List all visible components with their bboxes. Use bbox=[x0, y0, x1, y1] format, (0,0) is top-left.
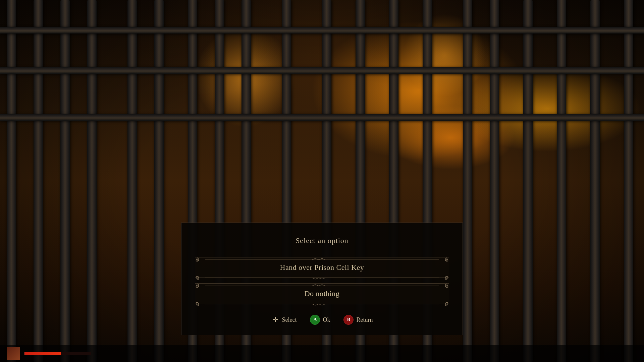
control-ok: A Ok bbox=[310, 315, 330, 325]
svg-point-5 bbox=[445, 277, 447, 279]
svg-point-8 bbox=[197, 285, 199, 287]
a-button-icon: A bbox=[310, 315, 320, 325]
player-portrait bbox=[7, 347, 20, 360]
dialog-panel: Select an option Hand over Prison bbox=[181, 223, 463, 335]
dialog-title: Select an option bbox=[195, 236, 449, 245]
svg-point-2 bbox=[197, 259, 199, 261]
option-hand-over-key[interactable]: Hand over Prison Cell Key bbox=[195, 257, 449, 278]
select-icon: ✛ bbox=[271, 316, 279, 324]
option-hand-over-key-label: Hand over Prison Cell Key bbox=[280, 263, 364, 272]
svg-point-11 bbox=[445, 303, 447, 305]
svg-point-4 bbox=[197, 277, 199, 279]
health-bar-container bbox=[24, 352, 91, 355]
control-return-label: Return bbox=[356, 316, 373, 323]
svg-point-10 bbox=[197, 303, 199, 305]
control-select: ✛ Select bbox=[271, 316, 297, 324]
torch-glow-right bbox=[402, 13, 486, 97]
control-select-label: Select bbox=[282, 316, 297, 323]
health-bar-fill bbox=[24, 352, 61, 355]
torch-glow-left bbox=[195, 27, 295, 127]
option-do-nothing[interactable]: Do nothing bbox=[195, 283, 449, 304]
b-button-icon: B bbox=[343, 315, 354, 325]
controls-row: ✛ Select A Ok B Return bbox=[195, 311, 449, 325]
control-return: B Return bbox=[343, 315, 373, 325]
svg-point-3 bbox=[445, 259, 447, 261]
option-do-nothing-label: Do nothing bbox=[305, 289, 340, 298]
svg-point-9 bbox=[445, 285, 447, 287]
hud-bar bbox=[0, 345, 644, 362]
control-ok-label: Ok bbox=[323, 316, 330, 323]
